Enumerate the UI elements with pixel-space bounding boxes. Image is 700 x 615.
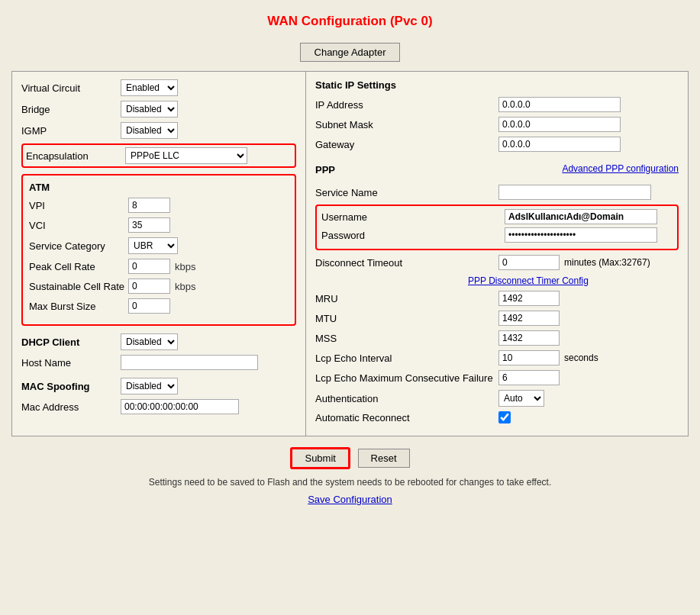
username-input[interactable] xyxy=(505,209,657,224)
igmp-select[interactable]: Disabled Enabled xyxy=(121,122,178,139)
mss-label: MSS xyxy=(315,333,498,344)
mss-input[interactable] xyxy=(498,330,560,346)
mtu-label: MTU xyxy=(315,313,498,324)
vpi-input[interactable] xyxy=(128,198,170,213)
mac-address-label: Mac Address xyxy=(21,401,121,413)
mtu-input[interactable] xyxy=(498,311,560,326)
peak-cell-rate-unit: kbps xyxy=(175,261,195,272)
max-burst-size-label: Max Burst Size xyxy=(29,301,128,312)
password-input[interactable] xyxy=(505,227,657,243)
igmp-label: IGMP xyxy=(21,125,121,137)
service-name-label: Service Name xyxy=(315,187,498,198)
mac-address-row: Mac Address xyxy=(21,399,296,414)
atm-title: ATM xyxy=(29,182,289,193)
advanced-ppp-link[interactable]: Advanced PPP configuration xyxy=(562,163,679,174)
disconnect-timeout-row: Disconnect Timeout minutes (Max:32767) xyxy=(315,255,679,270)
subnet-mask-input[interactable] xyxy=(498,117,621,132)
encapsulation-select[interactable]: PPPoE LLC PPPoA LLC 1483 Bridged IP LLC xyxy=(125,147,247,164)
mss-row: MSS xyxy=(315,330,679,346)
vci-input[interactable] xyxy=(128,217,170,233)
left-panel: Virtual Circuit Enabled Disabled Bridge … xyxy=(12,72,306,436)
mac-address-input[interactable] xyxy=(121,399,239,414)
title-main: WAN Configuration xyxy=(267,14,386,28)
username-password-box: Username Password xyxy=(315,204,679,250)
ppp-disconnect-timer-link[interactable]: PPP Disconnect Timer Config xyxy=(468,275,589,286)
save-config-link[interactable]: Save Configuration xyxy=(11,494,689,505)
submit-button[interactable]: Submit xyxy=(290,447,350,469)
virtual-circuit-label: Virtual Circuit xyxy=(21,82,121,94)
mtu-row: MTU xyxy=(315,311,679,326)
main-content: Virtual Circuit Enabled Disabled Bridge … xyxy=(11,71,689,436)
bridge-label: Bridge xyxy=(21,104,121,115)
sustainable-cell-rate-label: Sustainable Cell Rate xyxy=(29,281,128,292)
title-pvc: (Pvc 0) xyxy=(390,14,433,28)
atm-section: ATM VPI VCI Service Category UBR CBR VBR… xyxy=(21,174,296,326)
max-burst-size-input[interactable] xyxy=(128,298,170,314)
service-category-select[interactable]: UBR CBR VBR-nrt VBR-rt xyxy=(128,237,178,254)
automatic-reconnect-checkbox[interactable] xyxy=(498,411,511,423)
automatic-reconnect-label: Automatic Reconnect xyxy=(315,412,498,423)
mac-section: MAC Spoofing Disabled Enabled Mac Addres… xyxy=(21,378,296,414)
automatic-reconnect-row: Automatic Reconnect xyxy=(315,411,679,423)
bottom-section: Submit Reset Settings need to be saved t… xyxy=(11,447,689,505)
lcp-echo-interval-label: Lcp Echo Interval xyxy=(315,353,498,364)
page-wrapper: WAN Configuration (Pvc 0) Change Adapter… xyxy=(0,0,700,615)
reset-button[interactable]: Reset xyxy=(358,449,410,468)
service-name-row: Service Name xyxy=(315,185,679,200)
sustainable-cell-rate-input[interactable] xyxy=(128,279,170,294)
mru-label: MRU xyxy=(315,293,498,304)
password-label: Password xyxy=(321,230,505,241)
igmp-row: IGMP Disabled Enabled xyxy=(21,122,296,139)
vpi-row: VPI xyxy=(29,198,289,213)
peak-cell-rate-row: Peak Cell Rate kbps xyxy=(29,259,289,274)
ip-address-label: IP Address xyxy=(315,99,498,111)
change-adapter-row: Change Adapter xyxy=(11,43,689,62)
change-adapter-button[interactable]: Change Adapter xyxy=(300,43,401,62)
disconnect-timeout-suffix: minutes (Max:32767) xyxy=(564,257,650,268)
mru-row: MRU xyxy=(315,291,679,306)
vpi-label: VPI xyxy=(29,200,128,211)
page-title: WAN Configuration (Pvc 0) xyxy=(11,8,689,35)
virtual-circuit-row: Virtual Circuit Enabled Disabled xyxy=(21,79,296,96)
gateway-input[interactable] xyxy=(498,137,621,152)
disconnect-timeout-label: Disconnect Timeout xyxy=(315,257,498,269)
disconnect-timeout-input[interactable] xyxy=(498,255,560,270)
authentication-label: Authentication xyxy=(315,393,498,404)
virtual-circuit-select[interactable]: Enabled Disabled xyxy=(121,79,178,96)
peak-cell-rate-label: Peak Cell Rate xyxy=(29,261,128,272)
mac-spoofing-row: MAC Spoofing Disabled Enabled xyxy=(21,378,296,394)
lcp-max-consec-input[interactable] xyxy=(498,370,560,385)
peak-cell-rate-input[interactable] xyxy=(128,259,170,274)
ppp-header-row: PPP Advanced PPP configuration xyxy=(315,156,679,180)
ip-address-row: IP Address xyxy=(315,97,679,112)
bridge-select[interactable]: Disabled Enabled xyxy=(121,101,178,118)
mac-spoofing-select[interactable]: Disabled Enabled xyxy=(121,378,178,394)
username-label: Username xyxy=(321,211,505,223)
lcp-echo-interval-input[interactable] xyxy=(498,350,560,365)
host-name-label: Host Name xyxy=(21,357,121,369)
vci-row: VCI xyxy=(29,217,289,233)
subnet-mask-label: Subnet Mask xyxy=(315,119,498,130)
mru-input[interactable] xyxy=(498,291,560,306)
encapsulation-label: Encapsulation xyxy=(26,150,125,162)
sustainable-cell-rate-row: Sustainable Cell Rate kbps xyxy=(29,279,289,294)
username-row: Username xyxy=(321,209,673,224)
service-name-input[interactable] xyxy=(498,185,651,200)
gateway-row: Gateway xyxy=(315,137,679,152)
service-category-row: Service Category UBR CBR VBR-nrt VBR-rt xyxy=(29,237,289,254)
save-note: Settings need to be saved to Flash and t… xyxy=(11,477,689,488)
bridge-row: Bridge Disabled Enabled xyxy=(21,101,296,118)
sustainable-cell-rate-unit: kbps xyxy=(175,281,195,292)
ip-address-input[interactable] xyxy=(498,97,621,112)
authentication-select[interactable]: Auto PAP CHAP xyxy=(498,390,544,407)
service-category-label: Service Category xyxy=(29,240,128,252)
static-ip-title: Static IP Settings xyxy=(315,79,679,91)
vci-label: VCI xyxy=(29,220,128,231)
dhcp-title: DHCP Client xyxy=(21,336,121,348)
host-name-input[interactable] xyxy=(121,355,258,370)
dhcp-select[interactable]: Disabled Enabled xyxy=(121,333,178,350)
max-burst-size-row: Max Burst Size xyxy=(29,298,289,314)
mac-spoofing-title: MAC Spoofing xyxy=(21,381,121,392)
password-row: Password xyxy=(321,227,673,243)
authentication-row: Authentication Auto PAP CHAP xyxy=(315,390,679,407)
